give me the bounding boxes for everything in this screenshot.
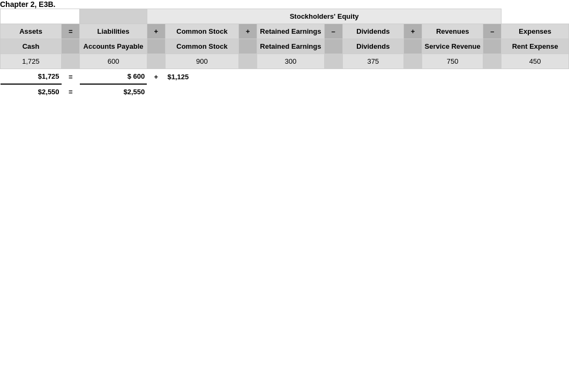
assets-header: Assets [1, 24, 62, 39]
accounts-payable-subheader: Accounts Payable [80, 39, 147, 54]
cash-total: $1,725 [1, 69, 62, 85]
plus1-operator: + [147, 24, 165, 39]
cash-grand: $2,550 [1, 84, 62, 99]
expenses-header: Expenses [501, 24, 569, 39]
minus1-operator: – [324, 24, 342, 39]
rent-expense-subheader: Rent Expense [501, 39, 569, 54]
stockholders-equity-header: Stockholders' Equity [147, 9, 501, 24]
cash-subheader: Cash [1, 39, 62, 54]
liabilities-grand: $2,550 [80, 84, 147, 99]
revenues-header: Revenues [422, 24, 483, 39]
service-revenue-subheader: Service Revenue [422, 39, 483, 54]
rent-expense-value: 450 [501, 54, 569, 69]
plus-operator-1 [80, 9, 147, 24]
dividends-header: Dividends [342, 24, 403, 39]
common-stock-value: 900 [166, 54, 239, 69]
accounts-payable-value: 600 [80, 54, 147, 69]
liabilities-total: $ 600 [80, 69, 147, 85]
retained-earnings-header: Retained Earnings [257, 24, 324, 39]
plus2-operator: + [238, 24, 257, 39]
plus3-operator: + [403, 24, 422, 39]
dividends-subheader: Dividends [342, 39, 403, 54]
common-stock-header: Common Stock [166, 24, 239, 39]
summary-plus: + [147, 69, 165, 85]
equity-total: $1,125 [166, 69, 239, 85]
minus2-operator: – [483, 24, 501, 39]
retained-earnings-subheader: Retained Earnings [257, 39, 324, 54]
summary-eq: = [62, 69, 80, 85]
liabilities-header: Liabilities [80, 24, 147, 39]
service-revenue-value: 750 [422, 54, 483, 69]
dividends-value: 375 [342, 54, 403, 69]
common-stock-subheader: Common Stock [166, 39, 239, 54]
summary-eq2: = [62, 84, 80, 99]
page-title: Chapter 2, E3B. [0, 0, 569, 9]
retained-earnings-value: 300 [257, 54, 324, 69]
cash-value: 1,725 [1, 54, 62, 69]
eq1-operator: = [62, 24, 80, 39]
